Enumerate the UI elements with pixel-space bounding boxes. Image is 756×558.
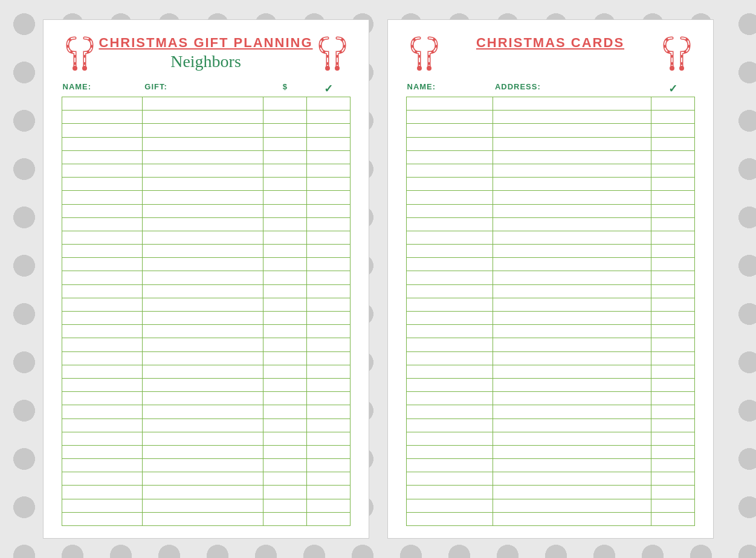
table-row: [406, 432, 694, 445]
candy-cane-left-icon: [62, 32, 98, 74]
cards-col-check-label: ✓: [651, 82, 695, 95]
table-row: [62, 338, 350, 351]
table-row: [406, 351, 694, 365]
table-row: [406, 191, 694, 204]
cards-checkmark-icon: ✓: [668, 83, 677, 95]
col-gift-label: GIFT:: [142, 82, 263, 95]
gift-planning-page: CHRISTMAS GIFT PLANNING Neighbors NAME: …: [43, 19, 369, 539]
table-row: [62, 245, 350, 258]
table-row: [62, 217, 350, 231]
table-row: [406, 365, 694, 378]
table-row: [62, 486, 350, 499]
table-row: [62, 271, 350, 284]
svg-point-1: [82, 66, 87, 71]
table-row: [406, 338, 694, 351]
table-row: [406, 258, 694, 271]
table-row: [62, 392, 350, 405]
table-row: [406, 459, 694, 472]
table-row: [406, 378, 694, 391]
gift-planning-table: [62, 97, 351, 526]
cards-col-name-label: NAME:: [406, 82, 493, 95]
cards-col-headers: NAME: ADDRESS: ✓: [406, 82, 695, 95]
table-row: [406, 418, 694, 432]
table-row: [62, 459, 350, 472]
table-row: [406, 392, 694, 405]
table-row: [62, 312, 350, 325]
table-row: [62, 137, 350, 150]
checkmark-icon: ✓: [324, 83, 333, 95]
gift-planning-header: CHRISTMAS GIFT PLANNING Neighbors: [62, 32, 351, 71]
table-row: [62, 191, 350, 204]
table-row: [62, 499, 350, 512]
table-row: [62, 325, 350, 338]
svg-point-2: [325, 66, 330, 71]
table-row: [62, 204, 350, 217]
cards-candy-cane-right-icon: [659, 32, 695, 74]
table-row: [406, 164, 694, 177]
table-row: [406, 271, 694, 284]
gift-planning-subtitle: Neighbors: [170, 52, 241, 71]
table-row: [406, 217, 694, 231]
table-row: [62, 231, 350, 244]
svg-point-0: [73, 66, 77, 71]
cards-col-address-label: ADDRESS:: [493, 82, 651, 95]
table-row: [62, 405, 350, 418]
table-row: [62, 445, 350, 458]
table-row: [406, 97, 694, 111]
christmas-cards-page: CHRISTMAS CARDS NAME: ADDRESS: ✓: [387, 19, 714, 539]
table-row: [406, 178, 694, 191]
table-row: [62, 418, 350, 432]
svg-point-4: [417, 66, 422, 71]
table-row: [406, 312, 694, 325]
table-row: [406, 512, 694, 525]
col-name-label: NAME:: [62, 82, 143, 95]
table-row: [406, 284, 694, 298]
table-row: [62, 351, 350, 365]
table-row: [406, 204, 694, 217]
christmas-cards-table: [406, 97, 695, 526]
table-row: [62, 432, 350, 445]
table-row: [62, 284, 350, 298]
svg-point-7: [679, 66, 684, 71]
cards-candy-cane-left-icon: [406, 32, 442, 74]
table-row: [62, 378, 350, 391]
table-row: [62, 298, 350, 311]
table-row: [406, 445, 694, 458]
col-check-label: ✓: [307, 82, 351, 95]
svg-point-3: [335, 66, 340, 71]
table-row: [62, 111, 350, 124]
cards-header: CHRISTMAS CARDS: [406, 32, 695, 51]
table-row: [406, 150, 694, 164]
table-row: [406, 499, 694, 512]
table-row: [406, 111, 694, 124]
table-row: [62, 365, 350, 378]
table-row: [406, 124, 694, 137]
table-row: [62, 178, 350, 191]
table-row: [406, 486, 694, 499]
col-dollar-label: $: [263, 82, 307, 95]
table-row: [406, 137, 694, 150]
table-row: [406, 231, 694, 244]
table-row: [62, 472, 350, 486]
gift-planning-title: CHRISTMAS GIFT PLANNING: [99, 35, 313, 51]
gift-col-headers: NAME: GIFT: $ ✓: [62, 82, 351, 95]
svg-point-6: [670, 66, 674, 71]
table-row: [406, 405, 694, 418]
table-row: [62, 97, 350, 111]
table-row: [62, 150, 350, 164]
table-row: [406, 245, 694, 258]
table-row: [406, 298, 694, 311]
table-row: [62, 512, 350, 525]
table-row: [406, 472, 694, 486]
candy-cane-right-icon: [314, 32, 351, 74]
table-row: [62, 164, 350, 177]
svg-point-5: [427, 66, 431, 71]
table-row: [406, 325, 694, 338]
table-row: [62, 124, 350, 137]
table-row: [62, 258, 350, 271]
cards-title: CHRISTMAS CARDS: [476, 35, 624, 51]
